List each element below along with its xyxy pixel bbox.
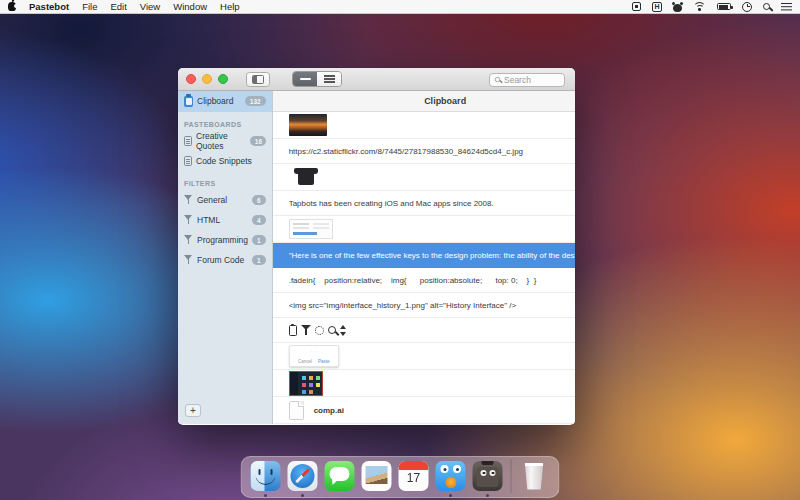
app-menu-title[interactable]: Pastebot (29, 1, 69, 12)
list-title: Clipboard (273, 96, 575, 106)
wifi-icon[interactable] (693, 0, 706, 14)
battery-icon[interactable] (717, 0, 731, 14)
minimize-button[interactable] (202, 74, 212, 84)
item-text: https://c2.staticflickr.com/8/7445/27817… (289, 147, 575, 156)
count-badge: 4 (252, 215, 266, 225)
search-input[interactable] (504, 75, 559, 85)
dock-calendar[interactable]: 17 (399, 461, 429, 491)
clipboard-item-file[interactable]: comp.ai AI (273, 397, 575, 424)
dock-safari[interactable] (288, 461, 318, 491)
pastebot-window: Clipboard 132 PASTEBOARDS Creative Quote… (178, 68, 575, 425)
add-pasteboard-button[interactable]: + (185, 404, 201, 417)
sidebar-item-label: Creative Quotes (196, 131, 246, 151)
item-text: Tapbots has been creating iOS and Mac ap… (289, 199, 575, 208)
item-text: <img src="img/interface_history_1.png" a… (289, 301, 575, 310)
close-button[interactable] (186, 74, 196, 84)
magnifier-glyph-icon (328, 326, 336, 334)
sidebar-item-code-snippets[interactable]: Code Snippets (178, 151, 272, 171)
tweetbot-icon (436, 461, 466, 491)
dock: 17 (241, 456, 560, 498)
search-field[interactable] (489, 73, 565, 87)
apple-menu-icon[interactable] (8, 2, 16, 11)
dialog-screenshot-thumbnail: · · · Cancel Paste (289, 345, 339, 367)
item-text: "Here is one of the few effective keys t… (289, 251, 575, 260)
sidebar-item-label: Clipboard (197, 96, 233, 106)
dock-pastebot[interactable] (473, 461, 503, 491)
sidebar-item-label: HTML (197, 215, 220, 225)
clipboard-list-pane: Clipboard IMG https://c2.staticflickr.co… (273, 91, 575, 424)
tweetbot-status-icon[interactable] (673, 0, 682, 14)
compact-view-icon (300, 78, 311, 80)
clipboard-item-css-snippet[interactable]: .fadein{ position:relative; img{ positio… (273, 268, 575, 293)
count-badge: 6 (252, 195, 266, 205)
clipboard-item-image[interactable]: IMG (273, 370, 575, 397)
notification-center-icon[interactable] (781, 0, 792, 14)
sidebar-item-creative-quotes[interactable]: Creative Quotes 16 (178, 131, 272, 151)
count-badge: 1 (252, 235, 266, 245)
expanded-view-segment[interactable] (317, 72, 341, 86)
clipboard-item-image[interactable]: · · · Cancel Paste IMG (273, 343, 575, 370)
dock-divider (511, 459, 512, 493)
calendar-day: 17 (399, 471, 429, 485)
section-header-filters: FILTERS (178, 171, 272, 190)
pasteboard-icon (184, 136, 192, 146)
toggle-sidebar-button[interactable] (246, 72, 270, 87)
dock-trash[interactable] (520, 461, 550, 491)
h-app-status-icon[interactable]: H (652, 0, 662, 14)
dock-messages[interactable] (325, 461, 355, 491)
clipboard-item-image[interactable]: IMG (273, 112, 575, 139)
sunset-photo-thumbnail (289, 114, 327, 136)
clipboard-icon (184, 96, 193, 107)
sidebar-item-forum-code[interactable]: Forum Code 1 (178, 250, 272, 270)
calendar-icon: 17 (399, 461, 429, 491)
clipboard-item-image[interactable]: IMG (273, 216, 575, 243)
app-screenshot-thumbnail (289, 371, 323, 396)
menu-help[interactable]: Help (220, 1, 240, 12)
count-badge: 16 (250, 136, 266, 146)
sidebar-icon (252, 75, 264, 84)
expanded-view-icon (324, 75, 335, 83)
filter-icon (184, 235, 193, 245)
sidebar-item-general[interactable]: General 6 (178, 190, 272, 210)
finder-icon (251, 461, 281, 491)
clipboard-item-selected[interactable]: "Here is one of the few effective keys t… (273, 243, 575, 268)
trash-icon (524, 463, 545, 490)
calendar-status-icon[interactable] (632, 0, 641, 14)
view-mode-segmented-control (292, 71, 342, 87)
clock-status-icon[interactable] (742, 0, 752, 14)
photos-icon (362, 461, 392, 491)
webpage-screenshot-thumbnail (289, 219, 333, 239)
pasteboard-icon (184, 156, 192, 166)
clipboard-item-html-snippet[interactable]: <img src="img/interface_history_1.png" a… (273, 293, 575, 318)
clipboard-rows: IMG https://c2.staticflickr.com/8/7445/2… (273, 112, 575, 424)
dock-finder[interactable] (251, 461, 281, 491)
menu-view[interactable]: View (140, 1, 160, 12)
sidebar-item-html[interactable]: HTML 4 (178, 210, 272, 230)
messages-icon (325, 461, 355, 491)
spotlight-icon[interactable] (763, 0, 770, 14)
filter-icon (184, 215, 193, 225)
dock-photos[interactable] (362, 461, 392, 491)
clipboard-glyph-icon (289, 325, 297, 336)
menu-edit[interactable]: Edit (110, 1, 126, 12)
clipboard-item-text[interactable]: Tapbots has been creating iOS and Mac ap… (273, 191, 575, 216)
clipboard-item-url[interactable]: https://c2.staticflickr.com/8/7445/27817… (273, 139, 575, 164)
zoom-button[interactable] (218, 74, 228, 84)
compact-view-segment[interactable] (293, 72, 317, 86)
clipboard-item-image[interactable]: IMG (273, 164, 575, 191)
window-titlebar[interactable] (178, 68, 575, 91)
file-name: comp.ai (314, 406, 575, 415)
safari-icon (288, 461, 318, 491)
menu-window[interactable]: Window (173, 1, 207, 12)
filter-icon (184, 255, 193, 265)
window-controls (186, 74, 228, 84)
sidebar-item-programming[interactable]: Programming 1 (178, 230, 272, 250)
tshirt-photo-thumbnail (289, 165, 323, 189)
dialog-thumb-cancel-label: Cancel (298, 359, 312, 364)
sidebar-item-clipboard[interactable]: Clipboard 132 (178, 91, 272, 112)
count-badge: 1 (252, 255, 266, 265)
menu-file[interactable]: File (82, 1, 97, 12)
clipboard-item-icons-image[interactable]: IMG (273, 318, 575, 343)
dock-tweetbot[interactable] (436, 461, 466, 491)
sort-arrows-glyph-icon (340, 325, 347, 336)
